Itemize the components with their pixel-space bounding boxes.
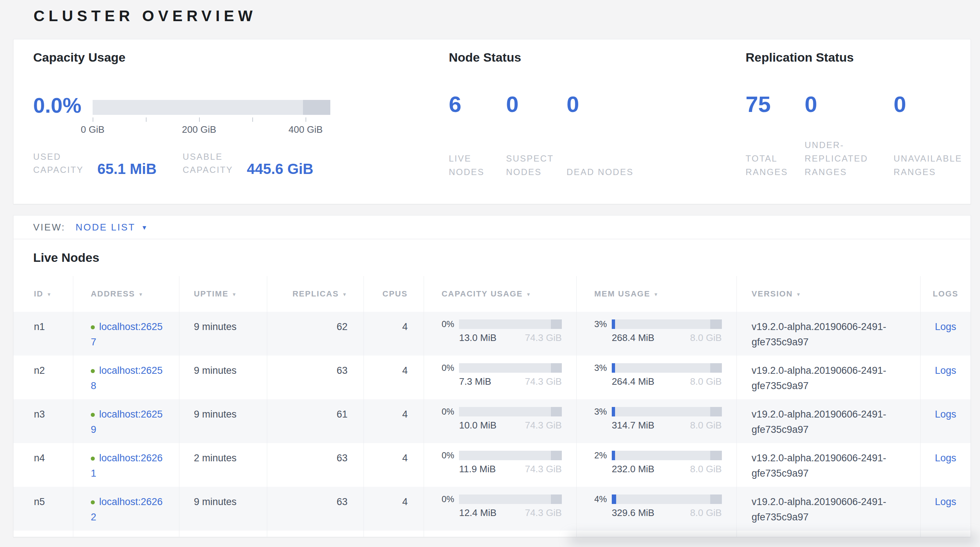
live-status-icon (91, 500, 95, 504)
sort-desc-icon: ▼ (342, 292, 347, 297)
live-status-icon (91, 325, 95, 329)
column-header-capacity-usage[interactable]: CAPACITY USAGE ▼ (424, 276, 577, 312)
node-address-cell: localhost:26259 (73, 399, 180, 443)
logs-cell: Logs (921, 443, 970, 487)
capacity-bar-end-segment (551, 363, 562, 373)
column-header-label: CPUS (382, 289, 407, 299)
view-bar: VIEW: NODE LIST ▼ (13, 216, 970, 239)
column-header-label: ID (34, 289, 43, 299)
sort-desc-icon: ▼ (232, 292, 237, 297)
logs-link[interactable]: Logs (935, 365, 956, 376)
capacity-bar-end-segment (551, 451, 562, 460)
capacity-used-value: 7.3 MiB (459, 376, 491, 387)
node-id-cell: n5 (13, 487, 73, 531)
node-address-link[interactable]: localhost:26261 (91, 453, 162, 479)
capacity-bar-end-segment (551, 495, 562, 504)
table-row: n1 localhost:26257 9 minutes 62 4 0% 13.… (13, 312, 970, 356)
node-address-link[interactable]: localhost:26258 (91, 365, 162, 391)
mem-bar-end-segment (710, 407, 722, 417)
used-capacity-value: 65.1 MiB (97, 161, 156, 177)
usable-capacity-value: 445.6 GiB (247, 161, 313, 177)
column-header-mem-usage[interactable]: MEM USAGE ▼ (577, 276, 737, 312)
cluster-overview-page: CLUSTER OVERVIEW Capacity Usage 0.0% 0 G… (0, 0, 980, 547)
node-address-link[interactable]: localhost:26262 (91, 496, 162, 523)
column-header-logs: LOGS (921, 276, 970, 312)
capacity-used-value: 13.0 MiB (459, 332, 496, 343)
capacity-stats: USED CAPACITY 65.1 MiB USABLE CAPACITY 4… (33, 150, 361, 180)
capacity-percent: 0% (442, 494, 456, 504)
capacity-bar-end-segment (551, 320, 562, 329)
node-id-cell: n2 (13, 356, 73, 399)
cpus-cell: 4 (364, 487, 424, 531)
capacity-percent: 0% (442, 450, 456, 461)
mem-percent: 4% (594, 494, 609, 504)
node-address-cell: localhost:26258 (73, 356, 180, 399)
logs-link[interactable]: Logs (935, 409, 956, 420)
replicas-cell: 63 (267, 487, 364, 531)
live-nodes-label: LIVE NODES (449, 152, 506, 179)
unavailable-ranges-label: UNAVAILABLE RANGES (894, 152, 980, 179)
logs-cell: Logs (921, 312, 970, 356)
mem-used-value: 264.4 MiB (612, 376, 654, 387)
table-header-row: ID ▼ ADDRESS ▼ UPTIME ▼ REPLICAS ▼ CPUS … (13, 276, 970, 312)
capacity-bar (459, 407, 562, 417)
mem-bar-end-segment (710, 495, 722, 504)
version-cell: v19.2.0-alpha.20190606-2491-gfe735c9a97 (737, 487, 921, 531)
axis-tick (305, 118, 306, 122)
node-status-values: 6 0 0 (449, 91, 651, 118)
summary-card: Capacity Usage 0.0% 0 GiB 200 GiB 400 Gi… (13, 39, 971, 204)
node-address-link[interactable]: localhost:26259 (91, 409, 162, 435)
column-header-uptime[interactable]: UPTIME ▼ (180, 276, 267, 312)
axis-tick (92, 118, 93, 122)
capacity-used-value: 10.0 MiB (459, 420, 496, 431)
node-address-cell: localhost:26257 (73, 312, 180, 356)
mem-usage-cell: 3% 268.4 MiB 8.0 GiB (577, 312, 737, 356)
under-replicated-ranges-count: 0 (805, 91, 894, 118)
column-header-address[interactable]: ADDRESS ▼ (73, 276, 180, 312)
capacity-gauge-end-segment (303, 100, 330, 115)
mem-percent: 3% (594, 407, 609, 417)
capacity-usage-title: Capacity Usage (33, 50, 126, 65)
sort-desc-icon: ▼ (654, 292, 659, 297)
mem-bar-fill (612, 407, 615, 417)
axis-tick (199, 118, 200, 122)
dead-nodes-count: 0 (566, 91, 651, 118)
uptime-cell: 9 minutes (180, 312, 267, 356)
used-capacity-label: USED CAPACITY (33, 150, 96, 177)
capacity-usage-cell: 0% 11.9 MiB 74.3 GiB (424, 443, 577, 487)
usable-capacity-label: USABLE CAPACITY (183, 150, 245, 177)
mem-percent: 3% (594, 363, 609, 373)
usable-capacity-stat: USABLE CAPACITY 445.6 GiB (183, 150, 313, 177)
capacity-used-value: 11.9 MiB (459, 463, 496, 474)
mem-bar (612, 407, 722, 417)
live-status-icon (91, 413, 95, 417)
live-nodes-card: VIEW: NODE LIST ▼ Live Nodes ID ▼ ADDRES… (13, 215, 971, 537)
replicas-cell: 62 (267, 312, 364, 356)
column-header-cpus: CPUS (364, 276, 424, 312)
node-id-cell: n1 (13, 312, 73, 356)
mem-bar (612, 363, 722, 373)
logs-link[interactable]: Logs (935, 496, 956, 507)
logs-link[interactable]: Logs (935, 453, 956, 463)
capacity-usage-cell: 0% 12.4 MiB 74.3 GiB (424, 487, 577, 531)
logs-link[interactable]: Logs (935, 321, 956, 332)
column-header-id[interactable]: ID ▼ (13, 276, 73, 312)
mem-usage-cell: 3% 264.4 MiB 8.0 GiB (577, 356, 737, 399)
chevron-down-icon: ▼ (141, 225, 147, 231)
column-header-version[interactable]: VERSION ▼ (737, 276, 921, 312)
node-address-link[interactable]: localhost:26257 (91, 321, 162, 348)
view-dropdown[interactable]: NODE LIST ▼ (75, 222, 147, 233)
logs-cell: Logs (921, 487, 970, 531)
capacity-gauge-track (92, 100, 330, 115)
capacity-percent: 0% (442, 407, 456, 417)
node-id-cell: n3 (13, 399, 73, 443)
mem-bar-fill (612, 363, 615, 373)
replication-status-labels: TOTAL RANGES UNDER-REPLICATED RANGES UNA… (746, 141, 980, 179)
column-header-replicas[interactable]: REPLICAS ▼ (267, 276, 364, 312)
capacity-bar (459, 495, 562, 504)
capacity-total-value: 74.3 GiB (525, 463, 562, 474)
mem-total-value: 8.0 GiB (690, 332, 722, 343)
unavailable-ranges-count: 0 (894, 91, 980, 118)
column-header-label: MEM USAGE (594, 289, 651, 299)
sort-desc-icon: ▼ (796, 292, 802, 297)
